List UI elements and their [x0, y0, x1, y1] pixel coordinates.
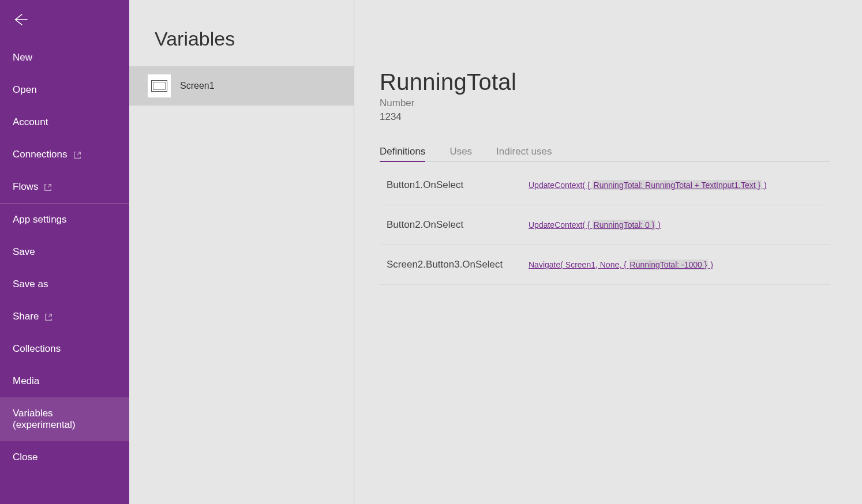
sidebar-item-label: Open	[13, 84, 37, 96]
variable-detail: RunningTotal Number 1234 DefinitionsUses…	[354, 0, 862, 504]
definition-row: Button2.OnSelectUpdateContext( { Running…	[380, 205, 830, 245]
sidebar-item-label: Save as	[13, 279, 48, 290]
variable-type: Number	[380, 97, 830, 109]
arrow-left-icon	[13, 12, 29, 31]
external-link-icon	[73, 151, 81, 159]
tab-indirect-uses[interactable]: Indirect uses	[496, 146, 552, 161]
sidebar-item-open[interactable]: Open	[0, 74, 129, 106]
sidebar-item-save[interactable]: Save	[0, 236, 129, 268]
definition-source: Button1.OnSelect	[387, 179, 529, 191]
sidebar-item-app-settings[interactable]: App settings	[0, 203, 129, 236]
screen-label: Screen1	[180, 81, 215, 91]
sidebar-item-label: Close	[13, 452, 38, 463]
variables-title: Variables	[129, 28, 354, 66]
sidebar-item-label: Save	[13, 246, 35, 258]
sidebar-item-close[interactable]: Close	[0, 441, 129, 473]
variable-value: 1234	[380, 111, 830, 123]
definition-row: Screen2.Button3.OnSelectNavigate( Screen…	[380, 245, 830, 285]
sidebar-item-label: Variables (experimental)	[13, 408, 117, 431]
sidebar-item-label: New	[13, 52, 32, 63]
sidebar: NewOpenAccountConnectionsFlowsApp settin…	[0, 0, 129, 504]
sidebar-item-share[interactable]: Share	[0, 300, 129, 333]
sidebar-item-collections[interactable]: Collections	[0, 333, 129, 365]
sidebar-item-flows[interactable]: Flows	[0, 171, 129, 203]
definition-source: Screen2.Button3.OnSelect	[387, 259, 529, 270]
tab-definitions[interactable]: Definitions	[380, 146, 425, 162]
variables-panel: Variables Screen1	[129, 0, 354, 504]
screen-icon	[148, 74, 171, 97]
sidebar-item-save-as[interactable]: Save as	[0, 268, 129, 300]
sidebar-item-label: Flows	[13, 181, 38, 193]
definition-row: Button1.OnSelectUpdateContext( { Running…	[380, 166, 830, 205]
sidebar-item-new[interactable]: New	[0, 42, 129, 74]
external-link-icon	[44, 313, 53, 321]
variable-name: RunningTotal	[380, 69, 830, 95]
sidebar-item-account[interactable]: Account	[0, 106, 129, 138]
definition-formula-link[interactable]: Navigate( Screen1, None, { RunningTotal:…	[529, 260, 713, 269]
screen-item[interactable]: Screen1	[129, 66, 354, 106]
external-link-icon	[44, 183, 52, 191]
tab-uses[interactable]: Uses	[449, 146, 472, 161]
definition-formula-link[interactable]: UpdateContext( { RunningTotal: RunningTo…	[529, 180, 767, 190]
sidebar-item-label: Connections	[13, 149, 68, 160]
detail-tabs: DefinitionsUsesIndirect uses	[380, 146, 830, 162]
sidebar-item-label: Collections	[13, 343, 61, 355]
sidebar-item-variables-experimental-[interactable]: Variables (experimental)	[0, 397, 129, 441]
sidebar-item-label: App settings	[13, 214, 67, 225]
sidebar-item-connections[interactable]: Connections	[0, 138, 129, 171]
definitions-list: Button1.OnSelectUpdateContext( { Running…	[380, 166, 830, 285]
definition-source: Button2.OnSelect	[387, 219, 529, 231]
sidebar-item-label: Media	[13, 375, 39, 387]
sidebar-item-label: Account	[13, 116, 48, 128]
sidebar-item-label: Share	[13, 311, 39, 322]
back-button[interactable]	[0, 0, 129, 42]
sidebar-item-media[interactable]: Media	[0, 365, 129, 397]
definition-formula-link[interactable]: UpdateContext( { RunningTotal: 0 } )	[529, 220, 661, 230]
